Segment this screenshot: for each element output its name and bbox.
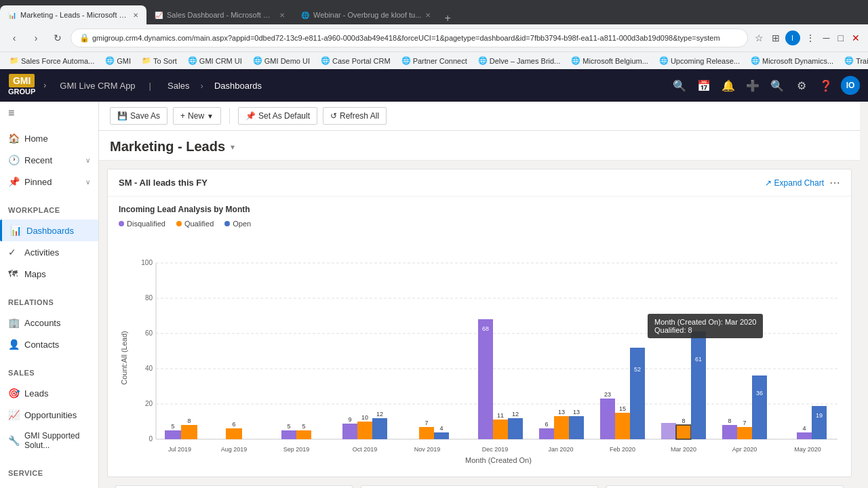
tab-1-close[interactable]: ✕ [133, 12, 138, 19]
new-tab-button[interactable]: + [439, 12, 456, 24]
sidebar-item-gmi-solutions[interactable]: 🔧 GMI Supported Solut... [0, 426, 98, 455]
sidebar-section-relations: 🏢 Accounts 👤 Contacts [0, 309, 98, 358]
url-bar[interactable]: 🔒 gmigroup.crm4.dynamics.com/main.aspx?a… [71, 28, 748, 47]
bookmark-gmidemui[interactable]: 🌐 GMI Demo UI [249, 56, 314, 66]
opportunities-icon: 📈 [8, 409, 19, 420]
sidebar-item-accounts[interactable]: 🏢 Accounts [0, 312, 98, 333]
svg-text:60: 60 [145, 329, 153, 337]
content-area: 💾 Save As + New ▼ 📌 Set As Default ↺ Ref… [99, 102, 860, 488]
chart-svg-container: Count:All (Lead) 0 20 [119, 236, 840, 468]
sidebar-toggle[interactable]: ≡ [0, 102, 98, 125]
sidebar-item-activities[interactable]: ✓ Activities [0, 241, 98, 263]
profile-button[interactable]: I [785, 30, 800, 45]
expand-chart-button[interactable]: ↗ Expand Chart [765, 178, 824, 188]
bar-oct-qual [357, 422, 372, 439]
extensions-button[interactable]: ⊞ [769, 30, 783, 45]
maximize-button[interactable]: □ [835, 30, 846, 45]
logo-expand-arrow[interactable]: › [43, 81, 46, 90]
save-as-icon: 💾 [117, 111, 127, 121]
bookmark-caseportal[interactable]: 🌐 Case Portal CRM [317, 56, 395, 66]
tab-1[interactable]: 📊 Marketing - Leads - Microsoft D... ✕ [0, 5, 146, 24]
svg-text:36: 36 [756, 390, 763, 396]
svg-text:5: 5 [302, 423, 305, 430]
bookmark-upcoming[interactable]: 🌐 Upcoming Release... [655, 56, 744, 66]
help-icon[interactable]: ❓ [816, 76, 835, 95]
refresh-button[interactable]: ↻ [49, 29, 66, 47]
sidebar-item-maps[interactable]: 🗺 Maps [0, 263, 98, 285]
bookmark-msbel[interactable]: 🌐 Microsoft Belgium... [567, 56, 652, 66]
tab-3-close[interactable]: ✕ [425, 12, 431, 19]
svg-text:4: 4 [802, 425, 806, 432]
chart-header-actions: ↗ Expand Chart ⋯ [765, 176, 840, 189]
bookmark-gmi[interactable]: 🌐 GMI [101, 56, 135, 66]
bookmark-msdyn[interactable]: 🌐 Microsoft Dynamics... [747, 56, 837, 66]
svg-text:Count:All (Lead): Count:All (Lead) [120, 331, 128, 385]
chart-more-button[interactable]: ⋯ [829, 176, 840, 189]
svg-text:Oct 2019: Oct 2019 [353, 446, 378, 453]
save-as-button[interactable]: 💾 Save As [110, 107, 167, 125]
home-icon: 🏠 [8, 133, 19, 144]
new-dropdown-arrow[interactable]: ▼ [207, 113, 214, 120]
sidebar-item-recent[interactable]: 🕐 Recent ∨ [0, 149, 98, 171]
svg-text:8: 8 [187, 418, 191, 424]
sidebar-item-contacts[interactable]: 👤 Contacts [0, 333, 98, 355]
tab-2-close[interactable]: ✕ [279, 12, 285, 19]
page-title-dropdown[interactable]: ▾ [231, 142, 235, 152]
minimize-button[interactable]: ─ [821, 30, 833, 45]
browser-toolbar: ‹ › ↻ 🔒 gmigroup.crm4.dynamics.com/main.… [0, 24, 868, 52]
close-window-button[interactable]: ✕ [849, 30, 863, 45]
bar-mar-open [691, 331, 706, 439]
tab-3[interactable]: 🌐 Webinar - Overbrug de kloof tu... ✕ [293, 5, 439, 24]
accounts-icon: 🏢 [8, 317, 19, 328]
bar-jul-qual [181, 425, 197, 439]
section-header-service: Service [0, 464, 98, 480]
svg-text:12: 12 [376, 411, 383, 418]
bookmark-button[interactable]: ☆ [752, 30, 766, 45]
bar-apr-dis [722, 425, 737, 439]
sidebar-item-cases[interactable]: 📋 Cases [0, 483, 98, 488]
bell-icon[interactable]: 🔔 [719, 76, 738, 95]
legend-qualified: Qualified [176, 220, 214, 228]
nav-sales[interactable]: Sales [159, 78, 198, 94]
sidebar-item-leads[interactable]: 🎯 Leads [0, 382, 98, 404]
tab-2[interactable]: 📈 Sales Dashboard - Microsoft Dy... ✕ [146, 5, 293, 24]
svg-text:23: 23 [604, 391, 611, 398]
svg-text:11: 11 [497, 412, 504, 419]
forward-button[interactable]: › [27, 29, 45, 47]
app-container: GMI GROUP › GMI Live CRM App | Sales › D… [0, 69, 868, 488]
browser-menu-button[interactable]: ⋮ [803, 30, 818, 45]
bookmark-salesforce[interactable]: 📁 Sales Force Automa... [5, 56, 98, 66]
bookmark-training[interactable]: 🌐 Training & Adoptio... [840, 56, 868, 66]
set-default-button[interactable]: 📌 Set As Default [238, 107, 317, 125]
user-avatar[interactable]: IO [841, 76, 860, 95]
main-layout: ≡ 🏠 Home 🕐 Recent ∨ 📌 Pinned ∨ Wor [0, 102, 868, 488]
sidebar-item-home[interactable]: 🏠 Home [0, 127, 98, 149]
right-scrollbar[interactable] [860, 102, 868, 488]
svg-text:6: 6 [232, 421, 235, 428]
new-button[interactable]: + New ▼ [173, 107, 221, 125]
sidebar-item-dashboards[interactable]: 📊 Dashboards [0, 220, 98, 241]
nav-dashboards[interactable]: Dashboards [206, 78, 270, 94]
search-icon[interactable]: 🔍 [670, 76, 689, 95]
svg-text:Mar 2020: Mar 2020 [671, 446, 696, 453]
filter-icon[interactable]: 🔍 [768, 76, 787, 95]
chart-container: SM - All leads this FY ↗ Expand Chart ⋯ … [99, 161, 860, 488]
bottom-charts-row: SM - All leads this FY ↗ Expand Chart ⋯ [107, 485, 852, 488]
calendar-icon[interactable]: 📅 [694, 76, 713, 95]
sidebar-item-opportunities[interactable]: 📈 Opportunities [0, 404, 98, 426]
sidebar-item-pinned[interactable]: 📌 Pinned ∨ [0, 171, 98, 192]
bar-jul-dis [165, 430, 181, 439]
bookmark-partner[interactable]: 🌐 Partner Connect [397, 56, 471, 66]
app-logo: GMI GROUP [8, 74, 35, 96]
settings-icon[interactable]: ⚙ [792, 76, 811, 95]
refresh-button[interactable]: ↺ Refresh All [323, 107, 387, 125]
bookmark-gmicrmui[interactable]: 🌐 GMI CRM UI [184, 56, 246, 66]
main-chart-header: SM - All leads this FY ↗ Expand Chart ⋯ [108, 169, 851, 197]
bookmark-delve[interactable]: 🌐 Delve – James Brid... [474, 56, 565, 66]
bookmark-tosort[interactable]: 📁 To Sort [138, 56, 181, 66]
add-icon[interactable]: ➕ [743, 76, 762, 95]
bar-apr-open [752, 375, 767, 439]
back-button[interactable]: ‹ [5, 29, 23, 47]
bar-jan-qual [554, 416, 569, 439]
set-default-icon: 📌 [245, 111, 256, 121]
